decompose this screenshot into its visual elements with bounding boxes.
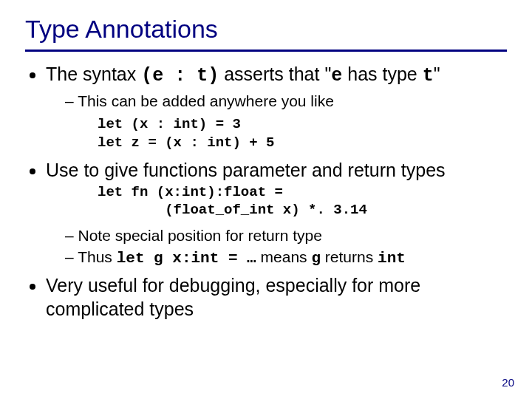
bullet-1-sub-1: This can be added anywhere you like: [65, 91, 507, 111]
bullet-1-text-c: has type: [342, 64, 422, 84]
bullet-2-sublist: Note special position for return type Th…: [46, 225, 507, 269]
bullet-2-sub-2-code-c: int: [378, 250, 406, 267]
code-block-2: let fn (x:int):float = (float_of_int x) …: [98, 183, 507, 219]
page-number: 20: [502, 376, 514, 389]
bullet-1-code-c: t: [423, 65, 434, 86]
bullet-2-sub-2-a: Thus: [78, 248, 117, 265]
bullet-2-sub-1: Note special position for return type: [65, 225, 507, 245]
title-rule: [25, 50, 507, 52]
bullet-1-text-a: The syntax: [46, 64, 141, 84]
bullet-1-text-b: asserts that ": [219, 64, 331, 84]
bullet-2-sub-2-code-a: let g x:int = …: [117, 250, 256, 267]
bullet-2-sub-2: Thus let g x:int = … means g returns int: [65, 247, 507, 268]
bullet-2-sub-2-code-b: g: [311, 250, 321, 267]
bullet-3: Very useful for debugging, especially fo…: [46, 273, 507, 321]
bullet-1-text-d: ": [434, 64, 440, 84]
bullet-1-code-a: (e : t): [141, 65, 219, 86]
code-block-1: let (x : int) = 3 let z = (x : int) + 5: [98, 115, 507, 151]
slide-title: Type Annotations: [25, 15, 507, 44]
slide: Type Annotations The syntax (e : t) asse…: [0, 0, 532, 399]
bullet-2-sub-2-c: returns: [321, 248, 378, 265]
bullet-1: The syntax (e : t) asserts that "e has t…: [46, 62, 507, 152]
bullet-2: Use to give functions parameter and retu…: [46, 158, 507, 269]
bullet-2-text: Use to give functions parameter and retu…: [46, 160, 446, 180]
bullet-list: The syntax (e : t) asserts that "e has t…: [25, 62, 507, 321]
bullet-1-code-b: e: [331, 65, 342, 86]
bullet-2-sub-2-b: means: [256, 248, 312, 265]
bullet-1-sublist: This can be added anywhere you like: [46, 91, 507, 111]
